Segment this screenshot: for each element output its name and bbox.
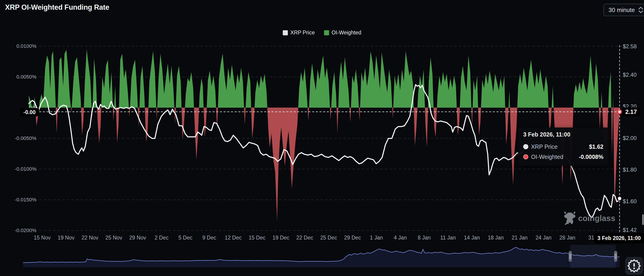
crosshair-right-badge: 2.17 <box>622 107 640 116</box>
right-axis-label: $2.40 <box>623 72 636 78</box>
alert-seal-button[interactable] <box>625 257 643 275</box>
crosshair-date-badge: 3 Feb 2026, 11:00 <box>594 233 644 243</box>
crosshair-left-badge: -0.00 <box>20 108 39 116</box>
tooltip-value: $1.62 <box>589 144 604 150</box>
right-axis-label: $2.58 <box>623 43 636 49</box>
left-axis-label: 0.0050% <box>0 74 36 80</box>
left-axis-label: -0.0100% <box>0 166 36 172</box>
page-scrollbar-thumb[interactable] <box>642 214 644 225</box>
coinglass-watermark: coinglass <box>564 211 615 225</box>
right-axis-label: $1.80 <box>623 167 636 173</box>
funding-rate-chart-page: XRP OI-Weighted Funding Rate 30 minute X… <box>0 0 644 276</box>
tooltip-label: OI-Weighted <box>531 154 563 160</box>
oi-weighted-dot-icon <box>523 154 528 159</box>
coinglass-mascot-icon <box>564 211 576 225</box>
xrp-price-dot-icon <box>523 144 528 149</box>
left-axis-label: -0.0150% <box>0 197 36 203</box>
tooltip-row-xrp-price: XRP Price $1.62 <box>523 142 604 152</box>
watermark-text: coinglass <box>578 214 615 223</box>
right-axis-label: $1.42 <box>623 227 636 233</box>
tooltip-row-oi-weighted: OI-Weighted -0.0008% <box>523 152 604 162</box>
left-axis-label: -0.0200% <box>0 227 36 233</box>
chart-tooltip: 3 Feb 2026, 11:00 XRP Price $1.62 OI-Wei… <box>518 127 608 166</box>
left-axis-label: 0.0100% <box>0 43 36 49</box>
right-axis-label: $2.00 <box>623 135 636 141</box>
alert-seal-icon <box>628 259 641 272</box>
tooltip-date: 3 Feb 2026, 11:00 <box>523 131 604 138</box>
tooltip-value: -0.0008% <box>579 154 604 160</box>
left-axis-label: -0.0050% <box>0 135 36 141</box>
right-axis-label: $1.60 <box>623 198 636 204</box>
tooltip-label: XRP Price <box>531 144 558 150</box>
